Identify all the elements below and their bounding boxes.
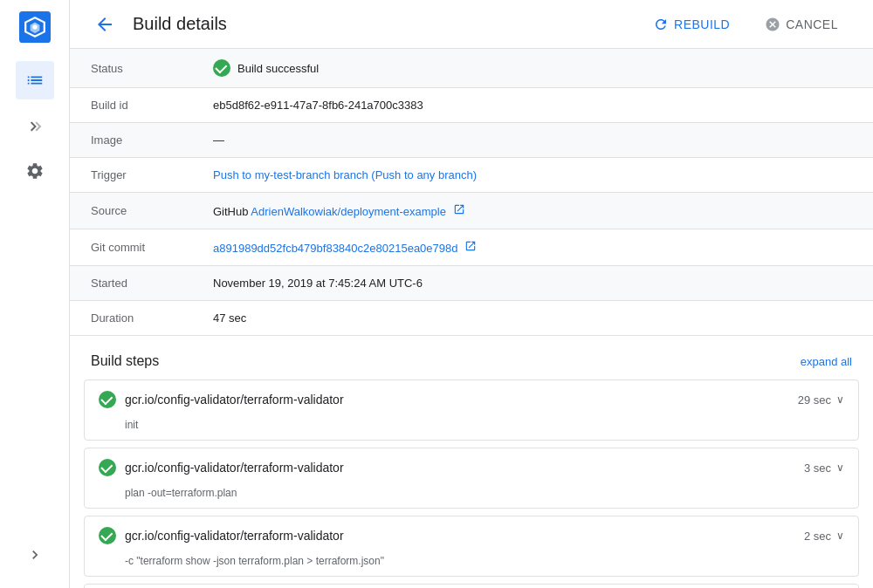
chevron-down-icon-2: ∨ [836,462,844,474]
build-step-card-2: gcr.io/config-validator/terraform-valida… [84,448,859,509]
build-step-row-1[interactable]: gcr.io/config-validator/terraform-valida… [85,380,858,419]
build-step-row-2[interactable]: gcr.io/config-validator/terraform-valida… [85,448,858,487]
build-step-card-3: gcr.io/config-validator/terraform-valida… [84,516,859,577]
cancel-label: CANCEL [786,17,838,31]
table-row: Git commit a891989dd52fcb479bf83840c2e80… [70,229,873,266]
row-label: Source [70,193,192,229]
back-button[interactable] [91,10,119,38]
sidebar-item-settings[interactable] [16,152,54,190]
step-sub-3: -c "terraform show -json terraform.plan … [85,555,858,576]
row-value: eb5d8f62-e911-47a7-8fb6-241a700c3383 [192,88,873,123]
chevron-down-icon: ∨ [836,393,844,406]
external-link-icon [453,203,465,215]
table-row: Image — [70,123,873,158]
row-label: Status [70,49,192,88]
row-label: Trigger [70,158,192,193]
step-name-1: gcr.io/config-validator/terraform-valida… [125,393,789,407]
table-row: Status Build successful [70,49,873,88]
rebuild-button[interactable]: REBUILD [639,10,744,39]
source-prefix: GitHub [213,205,251,218]
row-label: Build id [70,88,192,123]
svg-point-1 [32,24,37,29]
row-value: November 19, 2019 at 7:45:24 AM UTC-6 [192,266,873,301]
step-success-icon-1 [99,391,116,408]
status-text: Build successful [237,62,319,75]
step-sub-1: init [85,419,858,440]
trigger-link[interactable]: Push to my-test-branch branch (Push to a… [213,168,477,181]
rebuild-label: REBUILD [674,17,730,31]
main-content: Build details REBUILD CANCEL St [70,0,873,588]
page-title: Build details [133,14,227,34]
step-success-icon-3 [99,527,116,544]
success-icon [213,59,230,77]
row-label: Image [70,123,192,158]
step-name-3: gcr.io/config-validator/terraform-valida… [125,529,795,543]
step-sub-2: plan -out=terraform.plan [85,487,858,508]
details-table: Status Build successful Build id eb5d8f6… [70,49,873,336]
table-row: Started November 19, 2019 at 7:45:24 AM … [70,266,873,301]
build-step-row-4[interactable]: gcr.io/config-validator/terraform-valida… [85,585,858,588]
sidebar [0,0,70,588]
build-step-row-3[interactable]: gcr.io/config-validator/terraform-valida… [85,516,858,555]
row-value: — [192,123,873,158]
expand-all-link[interactable]: expand all [801,355,852,368]
topbar: Build details REBUILD CANCEL [70,0,873,49]
step-success-icon-2 [99,459,116,476]
step-name-2: gcr.io/config-validator/terraform-valida… [125,461,795,475]
build-step-card-1: gcr.io/config-validator/terraform-valida… [84,379,859,441]
row-label: Started [70,266,192,301]
row-value: Build successful [192,49,873,88]
sidebar-item-triggers[interactable] [16,106,54,145]
build-steps-title: Build steps [91,353,159,369]
row-label: Git commit [70,229,192,266]
table-row: Source GitHub AdrienWalkowiak/deployment… [70,193,873,229]
row-value: a891989dd52fcb479bf83840c2e80215ea0e798d [192,229,873,266]
topbar-actions: REBUILD CANCEL [639,10,852,39]
step-duration-2: 3 sec ∨ [804,462,844,475]
cancel-button[interactable]: CANCEL [751,10,852,39]
table-row: Trigger Push to my-test-branch branch (P… [70,158,873,193]
step-duration-3: 2 sec ∨ [804,530,844,543]
app-logo [17,9,53,45]
row-value: Push to my-test-branch branch (Push to a… [192,158,873,193]
table-row: Duration 47 sec [70,301,873,336]
row-value: 47 sec [192,301,873,336]
content-area: Status Build successful Build id eb5d8f6… [70,49,873,588]
source-link[interactable]: AdrienWalkowiak/deployment-example [251,205,446,218]
build-step-card-4: gcr.io/config-validator/terraform-valida… [84,584,859,588]
build-steps-header: Build steps expand all [70,336,873,379]
commit-link[interactable]: a891989dd52fcb479bf83840c2e80215ea0e798d [213,242,458,255]
sidebar-expand[interactable] [16,536,54,574]
sidebar-item-history[interactable] [16,61,54,99]
table-row: Build id eb5d8f62-e911-47a7-8fb6-241a700… [70,88,873,123]
chevron-down-icon-3: ∨ [836,530,844,542]
external-link-icon-2 [464,240,477,252]
row-value: GitHub AdrienWalkowiak/deployment-exampl… [192,193,873,229]
row-label: Duration [70,301,192,336]
step-duration-1: 29 sec ∨ [798,393,844,407]
